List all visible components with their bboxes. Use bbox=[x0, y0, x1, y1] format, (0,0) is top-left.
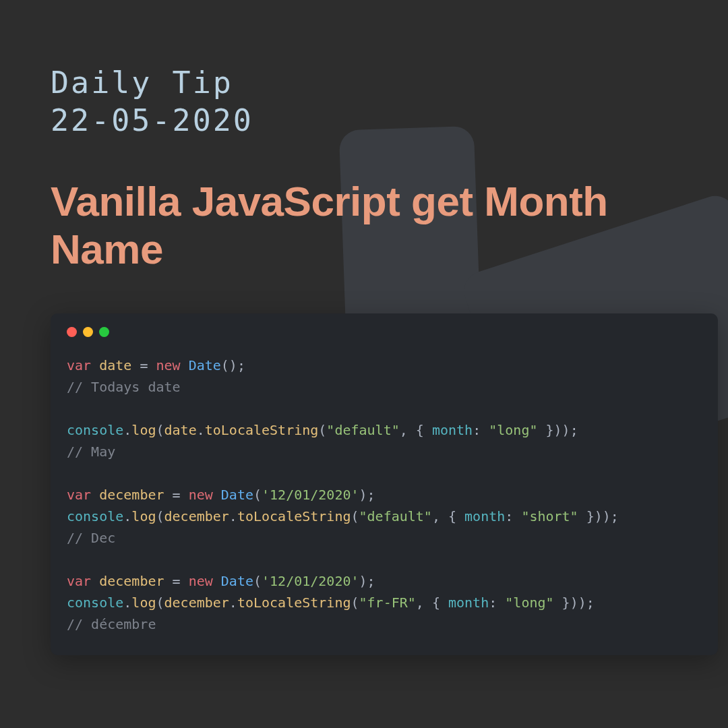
code-line bbox=[67, 462, 702, 484]
code-token: ( bbox=[351, 595, 359, 611]
code-token: log bbox=[131, 508, 156, 524]
code-token: // décembre bbox=[67, 616, 156, 632]
code-token: var bbox=[67, 487, 99, 503]
code-token: // Todays date bbox=[67, 379, 181, 395]
code-token: "fr-FR" bbox=[359, 595, 416, 611]
code-token: . bbox=[123, 422, 131, 438]
code-token: = bbox=[164, 487, 189, 503]
header-block: Daily Tip 22-05-2020 bbox=[51, 64, 681, 140]
code-token: december bbox=[164, 508, 229, 524]
code-token: . bbox=[229, 595, 237, 611]
code-token: ); bbox=[359, 487, 375, 503]
close-icon bbox=[67, 327, 77, 337]
code-token: month bbox=[464, 508, 505, 524]
code-token: var bbox=[67, 573, 99, 589]
code-line: // décembre bbox=[67, 613, 702, 635]
code-token: ( bbox=[253, 573, 262, 589]
code-token: december bbox=[99, 573, 164, 589]
code-token: : bbox=[489, 595, 505, 611]
code-token: (); bbox=[221, 357, 245, 373]
code-token: . bbox=[123, 595, 131, 611]
code-token: toLocaleString bbox=[205, 422, 319, 438]
code-token: '12/01/2020' bbox=[262, 487, 359, 503]
code-token: Date bbox=[221, 573, 253, 589]
code-line: console.log(december.toLocaleString("fr-… bbox=[67, 592, 702, 613]
code-line: var december = new Date('12/01/2020'); bbox=[67, 484, 702, 506]
code-token: "long" bbox=[489, 422, 537, 438]
code-token: . bbox=[197, 422, 205, 438]
code-token: december bbox=[164, 595, 229, 611]
code-token: '12/01/2020' bbox=[262, 573, 359, 589]
header-date: 22-05-2020 bbox=[51, 102, 681, 140]
code-token: date bbox=[99, 357, 131, 373]
code-token: ( bbox=[351, 508, 359, 524]
code-token: })); bbox=[578, 508, 619, 524]
code-token: , { bbox=[416, 595, 448, 611]
code-token: log bbox=[131, 595, 156, 611]
code-token: ( bbox=[156, 508, 164, 524]
code-line: var december = new Date('12/01/2020'); bbox=[67, 570, 702, 592]
code-token: console bbox=[67, 595, 123, 611]
code-token: date bbox=[164, 422, 197, 438]
code-token: })); bbox=[537, 422, 578, 438]
code-window: var date = new Date();// Todays date con… bbox=[51, 313, 718, 655]
code-line: // May bbox=[67, 441, 702, 462]
code-token: "long" bbox=[505, 595, 553, 611]
code-token: var bbox=[67, 357, 99, 373]
maximize-icon bbox=[99, 327, 109, 337]
code-token: ( bbox=[253, 487, 262, 503]
code-line: console.log(december.toLocaleString("def… bbox=[67, 506, 702, 527]
header-label: Daily Tip bbox=[51, 64, 681, 102]
code-token: december bbox=[99, 487, 164, 503]
code-token: ( bbox=[156, 422, 164, 438]
code-token: // May bbox=[67, 444, 115, 460]
code-token: month bbox=[448, 595, 489, 611]
code-token: "short" bbox=[521, 508, 578, 524]
window-controls bbox=[67, 327, 702, 337]
code-token: month bbox=[432, 422, 473, 438]
code-token: ( bbox=[156, 595, 164, 611]
code-token: new bbox=[189, 573, 221, 589]
code-line: var date = new Date(); bbox=[67, 355, 702, 376]
code-token: . bbox=[229, 508, 237, 524]
code-token: Date bbox=[221, 487, 253, 503]
code-token: . bbox=[123, 508, 131, 524]
code-token: , { bbox=[432, 508, 464, 524]
code-token: toLocaleString bbox=[237, 508, 351, 524]
code-token: // Dec bbox=[67, 530, 115, 546]
code-token: "default" bbox=[326, 422, 399, 438]
code-token: : bbox=[505, 508, 521, 524]
code-token: console bbox=[67, 422, 123, 438]
code-token: : bbox=[473, 422, 489, 438]
code-line: // Dec bbox=[67, 527, 702, 549]
code-token: new bbox=[156, 357, 188, 373]
code-token: , { bbox=[400, 422, 432, 438]
code-token: console bbox=[67, 508, 123, 524]
minimize-icon bbox=[83, 327, 93, 337]
code-line bbox=[67, 549, 702, 570]
code-line: // Todays date bbox=[67, 376, 702, 398]
code-token: ); bbox=[359, 573, 375, 589]
code-line bbox=[67, 398, 702, 419]
code-token: new bbox=[189, 487, 221, 503]
page-title: Vanilla JavaScript get Month Name bbox=[51, 177, 681, 274]
code-token: log bbox=[131, 422, 156, 438]
code-token: ( bbox=[318, 422, 326, 438]
code-token: Date bbox=[189, 357, 221, 373]
code-token: toLocaleString bbox=[237, 595, 351, 611]
code-block: var date = new Date();// Todays date con… bbox=[67, 355, 702, 635]
code-token: = bbox=[131, 357, 156, 373]
code-token: "default" bbox=[359, 508, 432, 524]
content-container: Daily Tip 22-05-2020 Vanilla JavaScript … bbox=[0, 0, 728, 655]
code-line: console.log(date.toLocaleString("default… bbox=[67, 419, 702, 441]
code-token: = bbox=[164, 573, 189, 589]
code-token: })); bbox=[554, 595, 595, 611]
